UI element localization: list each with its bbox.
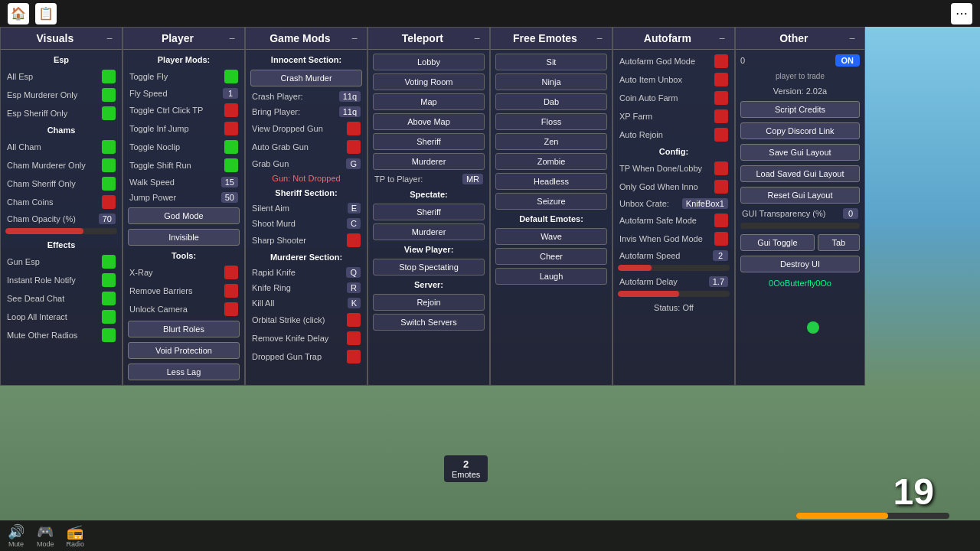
spectate-sheriff-button[interactable]: Sheriff [373,204,485,220]
reset-gui-layout-button[interactable]: Reset Gui Layout [740,187,860,204]
dropped-gun-trap-toggle[interactable] [347,350,361,364]
tp-when-done-toggle[interactable] [714,161,728,175]
see-dead-chat-toggle[interactable] [102,292,116,305]
gui-transparency-bar[interactable] [740,223,860,229]
only-god-inno-toggle[interactable] [714,180,728,194]
save-gui-layout-button[interactable]: Save Gui Layout [740,144,860,161]
panel-teleport-minimize[interactable]: − [471,32,483,44]
panel-free-emotes-minimize[interactable]: − [593,32,606,44]
emote-headless-button[interactable]: Headless [495,173,607,190]
view-dropped-gun-toggle[interactable] [347,122,361,135]
panel-player-minimize[interactable]: − [226,32,238,44]
instant-role-toggle[interactable] [102,273,116,287]
cham-murderer-toggle[interactable] [102,158,116,172]
switch-servers-button[interactable]: Switch Servers [373,314,485,331]
esp-sheriff-toggle[interactable] [102,106,116,120]
gui-toggle-tab-button[interactable]: Tab [818,234,860,251]
mute-radios-toggle[interactable] [102,328,116,342]
remove-knife-delay-toggle[interactable] [347,331,361,345]
panel-gamemods-minimize[interactable]: − [348,32,361,44]
emote-laugh-button[interactable]: Laugh [495,268,607,285]
load-saved-gui-layout-button[interactable]: Load Saved Gui Layout [740,165,860,182]
fly-speed-value[interactable]: 1 [223,88,238,99]
tp-map-button[interactable]: Map [373,93,485,110]
emote-floss-button[interactable]: Floss [495,113,607,130]
instant-role-row: Instant Role Notify [5,272,117,289]
void-protection-button[interactable]: Void Protection [128,342,240,359]
all-cham-toggle[interactable] [102,140,116,154]
rejoin-button[interactable]: Rejoin [373,294,485,311]
invisible-button[interactable]: Invisible [128,229,240,246]
shift-run-toggle[interactable] [224,158,238,172]
counter-label: 0 [740,56,745,65]
walk-speed-value[interactable]: 15 [221,177,238,187]
copy-discord-link-button[interactable]: Copy Discord Link [740,122,860,139]
noclip-toggle[interactable] [224,140,238,154]
ctrl-click-tp-toggle[interactable] [224,103,238,117]
emote-ninja-button[interactable]: Ninja [495,73,607,90]
all-esp-toggle[interactable] [102,70,116,83]
tp-to-player-row: TP to Player: MR [373,172,485,186]
bring-player-value[interactable]: 11q [339,106,361,117]
tp-above-map-button[interactable]: Above Map [373,113,485,130]
mute-button[interactable]: 🔊 Mute [8,523,24,548]
more-icon[interactable]: ⋯ [951,3,972,24]
unlock-camera-toggle[interactable] [224,302,238,316]
tp-voting-room-button[interactable]: Voting Room [373,73,485,90]
autofarm-speed-bar[interactable] [618,265,730,271]
sharp-shooter-toggle[interactable] [347,233,361,247]
emote-zombie-button[interactable]: Zombie [495,153,607,170]
tp-sheriff-button[interactable]: Sheriff [373,133,485,150]
gui-toggle-button[interactable]: Gui Toggle [740,234,815,251]
auto-grab-gun-toggle[interactable] [347,140,361,154]
all-cham-label: All Cham [7,142,41,152]
emote-seizure-button[interactable]: Seizure [495,193,607,210]
emote-cheer-button[interactable]: Cheer [495,248,607,265]
blurt-roles-button[interactable]: Blurt Roles [128,321,240,337]
crash-murder-button[interactable]: Crash Murder [250,70,362,86]
emote-wave-button[interactable]: Wave [495,228,607,245]
auto-item-unbox-toggle[interactable] [714,73,728,86]
coin-auto-farm-toggle[interactable] [714,91,728,105]
orbital-strike-toggle[interactable] [347,313,361,327]
radio-button[interactable]: 📻 Radio [67,523,85,548]
god-mode-button[interactable]: God Mode [128,207,240,224]
panel-visuals-minimize[interactable]: − [103,32,116,44]
auto-rejoin-toggle[interactable] [714,128,728,142]
script-credits-button[interactable]: Script Credits [740,101,860,118]
xray-toggle[interactable] [224,266,238,279]
unbox-crate-value[interactable]: KnifeBox1 [682,198,728,209]
tp-lobby-button[interactable]: Lobby [373,54,485,70]
toggle-fly-toggle[interactable] [224,70,238,83]
stop-spectating-button[interactable]: Stop Spectating [373,259,485,276]
autofarm-god-mode-toggle[interactable] [714,54,728,68]
on-badge[interactable]: ON [835,54,861,67]
loop-interact-toggle[interactable] [102,310,116,324]
mode-button[interactable]: 🎮 Mode [37,523,54,548]
cham-sheriff-toggle[interactable] [102,177,116,191]
emote-zen-button[interactable]: Zen [495,133,607,150]
inf-jump-toggle[interactable] [224,122,238,135]
cham-coins-toggle[interactable] [102,195,116,209]
panel-other-minimize[interactable]: − [846,32,858,44]
destroy-ui-button[interactable]: Destroy UI [740,256,860,272]
less-lag-button[interactable]: Less Lag [128,364,240,380]
spectate-murderer-button[interactable]: Murderer [373,223,485,240]
invis-god-mode-toggle[interactable] [714,232,728,246]
remove-barriers-toggle[interactable] [224,284,238,298]
crash-player-value[interactable]: 11q [339,91,361,102]
menu-icon[interactable]: 📋 [35,3,57,24]
xp-farm-toggle[interactable] [714,109,728,123]
tp-to-player-value[interactable]: MR [462,174,483,184]
cham-opacity-bar[interactable] [5,228,117,234]
gun-esp-toggle[interactable] [102,255,116,269]
home-icon[interactable]: 🏠 [8,3,29,24]
autofarm-safe-mode-toggle[interactable] [714,214,728,227]
panel-autofarm-minimize[interactable]: − [716,32,728,44]
esp-murderer-toggle[interactable] [102,88,116,102]
tp-murderer-button[interactable]: Murderer [373,153,485,170]
jump-power-value[interactable]: 50 [221,192,238,203]
autofarm-delay-bar[interactable] [618,291,730,297]
emote-dab-button[interactable]: Dab [495,93,607,110]
emote-sit-button[interactable]: Sit [495,54,607,70]
